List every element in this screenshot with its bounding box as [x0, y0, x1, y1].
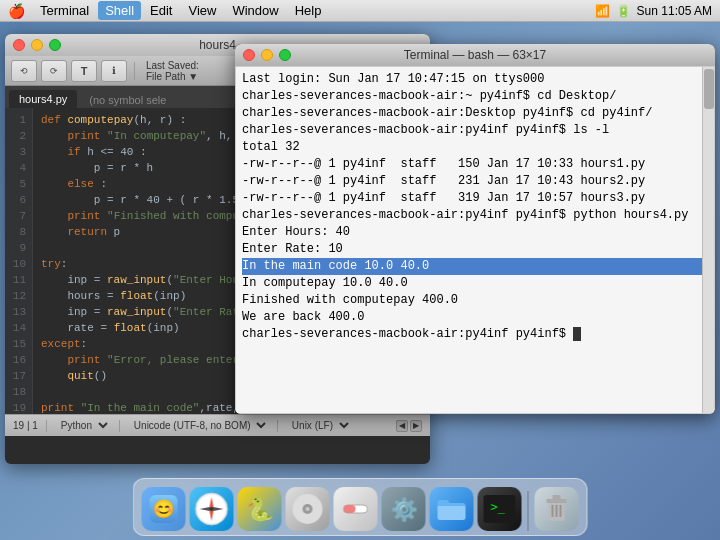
menu-terminal[interactable]: Terminal [33, 1, 96, 20]
editor-tab-hours4[interactable]: hours4.py [9, 90, 77, 108]
dock: 😊 🐍 ⚙️ >_ [133, 478, 588, 536]
terminal-line-6: -rw-r--r--@ 1 py4inf staff 150 Jan 17 10… [242, 156, 708, 173]
last-saved-label: Last Saved: [146, 60, 199, 71]
menu-window[interactable]: Window [225, 1, 285, 20]
svg-point-9 [210, 507, 214, 511]
terminal-scrollbar[interactable] [702, 67, 714, 413]
terminal-body[interactable]: Last login: Sun Jan 17 10:47:15 on ttys0… [235, 66, 715, 414]
scroll-right[interactable]: ▶ [410, 420, 422, 432]
editor-window-title: hours4 [199, 38, 236, 52]
scroll-arrows: ◀ ▶ [396, 420, 422, 432]
terminal-content[interactable]: Last login: Sun Jan 17 10:47:15 on ttys0… [236, 67, 714, 413]
terminal-line-8: -rw-r--r--@ 1 py4inf staff 319 Jan 17 10… [242, 190, 708, 207]
toolbar-btn-4[interactable]: ℹ [101, 60, 127, 82]
terminal-line-2: charles-severances-macbook-air:~ py4inf$… [242, 88, 708, 105]
terminal-line-4: charles-severances-macbook-air:py4inf py… [242, 122, 708, 139]
menu-edit[interactable]: Edit [143, 1, 179, 20]
menu-view[interactable]: View [181, 1, 223, 20]
toolbar-btn-3[interactable]: T [71, 60, 97, 82]
minimize-button[interactable] [31, 39, 43, 51]
terminal-maximize-button[interactable] [279, 49, 291, 61]
terminal-close-button[interactable] [243, 49, 255, 61]
apple-menu[interactable]: 🍎 [8, 3, 25, 19]
terminal-titlebar: Terminal — bash — 63×17 [235, 44, 715, 66]
svg-rect-15 [344, 505, 356, 513]
statusbar-sep-3 [277, 420, 278, 432]
terminal-minimize-button[interactable] [261, 49, 273, 61]
dock-icon-safari[interactable] [190, 487, 234, 531]
editor-statusbar: 19 | 1 Python Unicode (UTF-8, no BOM) Un… [5, 414, 430, 436]
terminal-line-16: charles-severances-macbook-air:py4inf py… [242, 326, 708, 343]
terminal-line-12: In the main code 10.0 40.0 [242, 258, 708, 275]
statusbar-line-col: 19 | 1 [13, 420, 38, 431]
terminal-line-13: In computepay 10.0 40.0 [242, 275, 708, 292]
terminal-line-1: Last login: Sun Jan 17 10:47:15 on ttys0… [242, 71, 708, 88]
dock-icon-finder[interactable]: 😊 [142, 487, 186, 531]
svg-point-13 [306, 507, 310, 511]
terminal-line-11: Enter Rate: 10 [242, 241, 708, 258]
maximize-button[interactable] [49, 39, 61, 51]
toolbar-separator [134, 62, 135, 80]
desktop: hours4 ⟲ ⟳ T ℹ Last Saved: File Path ▼ h… [0, 22, 720, 540]
terminal-line-14: Finished with computepay 400.0 [242, 292, 708, 309]
menu-shell[interactable]: Shell [98, 1, 141, 20]
toolbar-btn-2[interactable]: ⟳ [41, 60, 67, 82]
svg-text:😊: 😊 [153, 498, 176, 520]
terminal-line-5: total 32 [242, 139, 708, 156]
language-select[interactable]: Python [55, 419, 111, 432]
battery-icon: 🔋 [616, 4, 631, 18]
toolbar-btn-1[interactable]: ⟲ [11, 60, 37, 82]
line-ending-select[interactable]: Unix (LF) [286, 419, 352, 432]
terminal-line-15: We are back 400.0 [242, 309, 708, 326]
encoding-select[interactable]: Unicode (UTF-8, no BOM) [128, 419, 269, 432]
dock-icon-system-prefs[interactable]: ⚙️ [382, 487, 426, 531]
dock-icon-terminal[interactable]: >_ [478, 487, 522, 531]
terminal-line-3: charles-severances-macbook-air:Desktop p… [242, 105, 708, 122]
terminal-line-9: charles-severances-macbook-air:py4inf py… [242, 207, 708, 224]
statusbar-sep-1 [46, 420, 47, 432]
menu-help[interactable]: Help [288, 1, 329, 20]
svg-text:⚙️: ⚙️ [390, 496, 418, 523]
clock: Sun 11:05 AM [637, 4, 712, 18]
file-path-label[interactable]: File Path ▼ [146, 71, 198, 82]
wifi-icon: 📶 [595, 4, 610, 18]
dock-icon-pill[interactable] [334, 487, 378, 531]
svg-text:>_: >_ [491, 500, 506, 514]
dock-icon-dvd[interactable] [286, 487, 330, 531]
menu-right: 📶 🔋 Sun 11:05 AM [595, 4, 712, 18]
terminal-window: Terminal — bash — 63×17 Last login: Sun … [235, 44, 715, 414]
terminal-line-10: Enter Hours: 40 [242, 224, 708, 241]
editor-tab-extra: (no symbol sele [85, 92, 170, 108]
toolbar-info: Last Saved: File Path ▼ [146, 60, 199, 82]
menu-bar: 🍎 Terminal Shell Edit View Window Help 📶… [0, 0, 720, 22]
statusbar-sep-2 [119, 420, 120, 432]
line-numbers: 1 2 3 4 5 6 7 8 9 10 11 12 13 14 15 16 1… [5, 108, 33, 414]
dock-icon-folder[interactable] [430, 487, 474, 531]
dock-separator [528, 491, 529, 531]
terminal-window-title: Terminal — bash — 63×17 [404, 48, 546, 62]
svg-text:🐍: 🐍 [246, 496, 274, 523]
terminal-line-7: -rw-r--r--@ 1 py4inf staff 231 Jan 17 10… [242, 173, 708, 190]
dock-icon-python[interactable]: 🐍 [238, 487, 282, 531]
close-button[interactable] [13, 39, 25, 51]
dock-icon-trash[interactable] [535, 487, 579, 531]
svg-rect-21 [553, 495, 561, 500]
terminal-scrollthumb[interactable] [704, 69, 714, 109]
scroll-left[interactable]: ◀ [396, 420, 408, 432]
terminal-cursor [573, 327, 581, 341]
